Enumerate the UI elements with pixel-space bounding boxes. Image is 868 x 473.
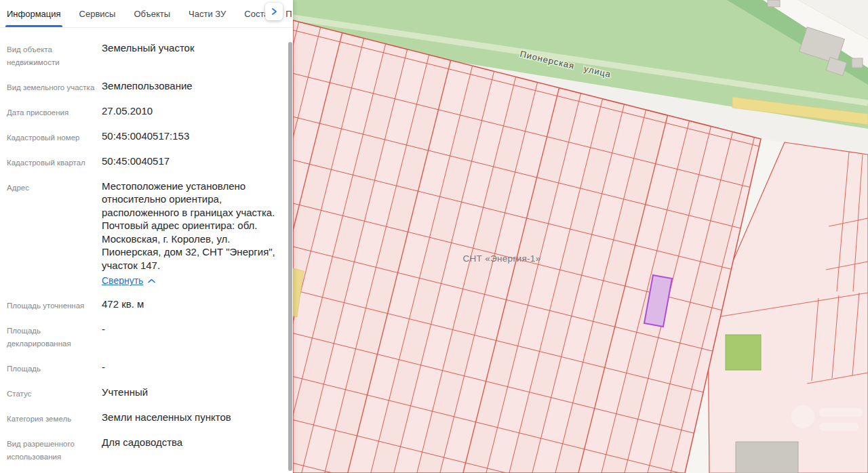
collapse-address-link[interactable]: Свернуть [102,274,155,287]
field-value: Учтенный [102,386,282,400]
object-info-panel: Информация Сервисы Объекты Части ЗУ Сост… [0,0,293,473]
tab-objects[interactable]: Объекты [134,0,170,27]
field-value: 472 кв. м [102,297,282,312]
field-label: Кадастровый номер [7,129,96,144]
field-label: Кадастровый квартал [7,155,96,169]
building [736,442,798,473]
info-row: СтатусУчтенный [7,386,282,400]
field-value: 50:45:0040517:153 [102,129,282,144]
map-area[interactable]: Пионерская улица СНТ «Энергия-1» [293,0,868,473]
snt-area-label: СНТ «Энергия-1» [463,253,541,264]
green-parcel[interactable] [726,335,761,370]
info-row: Вид земельного участкаЗемлепользование [7,79,282,94]
building [852,58,863,68]
info-row: Вид разрешенного использованияДля садово… [7,436,282,464]
info-row: Площадь декларированная- [7,323,282,350]
app-window: Информация Сервисы Объекты Части ЗУ Сост… [0,0,868,473]
field-label: Вид разрешенного использования [7,436,96,464]
tabs-scroll-right-button[interactable] [265,3,283,20]
field-label: Площадь декларированная [7,323,96,350]
field-value: Земли населенных пунктов [102,411,282,426]
field-value: Земельный участок [102,41,282,69]
field-value: - [102,361,282,375]
collapse-label: Свернуть [102,274,143,287]
field-label: Дата присвоения [7,104,96,119]
info-row-address: Адрес Местоположение установлено относит… [7,180,282,287]
tab-parcel-parts[interactable]: Части ЗУ [189,0,226,27]
field-label: Адрес [7,180,96,287]
tab-bar: Информация Сервисы Объекты Части ЗУ Сост… [0,0,293,28]
field-value: Землепользование [102,79,282,94]
info-row: Дата присвоения27.05.2010 [7,104,282,119]
field-label: Площадь уточненная [7,297,96,312]
field-value: Для садоводства [102,436,282,464]
info-row: Категория земельЗемли населенных пунктов [7,411,282,426]
tab-services[interactable]: Сервисы [79,0,116,27]
info-row: Площадь уточненная472 кв. м [7,297,282,312]
tab-partial[interactable]: П [285,0,292,27]
field-value: 50:45:0040517 [102,155,282,169]
field-label: Категория земель [7,411,96,426]
panel-scrollbar[interactable] [288,42,292,471]
address-text: Местоположение установлено относительно … [102,180,275,271]
building [768,0,780,7]
tab-information[interactable]: Информация [7,0,61,27]
info-row: Кадастровый квартал50:45:0040517 [7,155,282,169]
field-value: 27.05.2010 [102,104,282,119]
info-rows: Вид объекта недвижимостиЗемельный участо… [0,28,293,464]
chevron-up-icon [148,279,155,283]
chevron-right-icon [269,7,279,16]
field-label: Статус [7,386,96,400]
field-label: Вид земельного участка [7,79,96,94]
field-value-address: Местоположение установлено относительно … [102,180,282,287]
info-row: Вид объекта недвижимостиЗемельный участо… [7,41,282,69]
field-value: - [102,323,282,350]
info-row: Площадь- [7,361,282,375]
info-row: Кадастровый номер50:45:0040517:153 [7,129,282,144]
field-label: Вид объекта недвижимости [7,41,96,69]
field-label: Площадь [7,361,96,375]
